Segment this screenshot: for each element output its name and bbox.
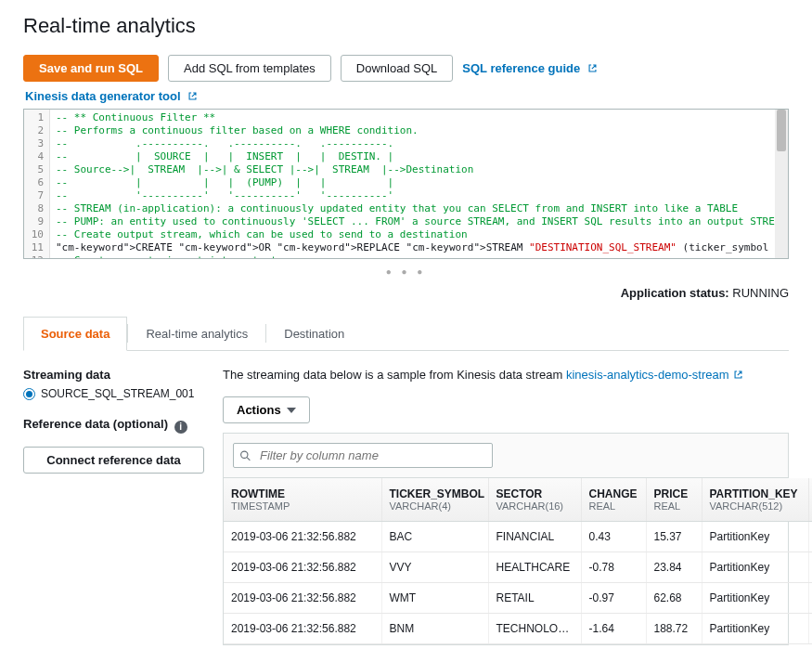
- actions-label: Actions: [237, 403, 281, 417]
- table-row[interactable]: 2019-03-06 21:32:56.882WMTRETAIL-0.9762.…: [224, 583, 812, 614]
- left-panel: Streaming data SOURCE_SQL_STREAM_001 Ref…: [23, 368, 204, 474]
- chevron-down-icon: [287, 408, 296, 413]
- cell: -1.64: [581, 614, 646, 644]
- table-row[interactable]: 2019-03-06 21:32:56.882VVYHEALTHCARE-0.7…: [224, 552, 812, 583]
- toolbar: Save and run SQL Add SQL from templates …: [23, 55, 789, 82]
- cell: -0.97: [581, 583, 646, 614]
- connect-reference-data-button[interactable]: Connect reference data: [23, 447, 204, 474]
- table-row[interactable]: 2019-03-06 21:32:56.882BACFINANCIAL0.431…: [224, 522, 812, 552]
- cell: 495: [808, 522, 812, 552]
- cell: BNM: [381, 614, 488, 644]
- info-icon[interactable]: i: [174, 421, 187, 434]
- editor-code[interactable]: -- ** Continuous Filter ** -- Performs a…: [50, 110, 788, 258]
- save-run-sql-button[interactable]: Save and run SQL: [23, 55, 159, 82]
- search-icon: [239, 449, 251, 461]
- cell: WMT: [381, 583, 488, 614]
- tab-real-time-analytics[interactable]: Real-time analytics: [128, 317, 265, 351]
- cell: PartitionKey: [702, 522, 808, 552]
- kinesis-generator-link[interactable]: Kinesis data generator tool: [25, 89, 198, 103]
- cell: BAC: [381, 522, 488, 552]
- svg-line-1: [247, 457, 250, 460]
- filter-input[interactable]: [233, 443, 493, 468]
- download-sql-button[interactable]: Download SQL: [341, 55, 453, 82]
- cell: 2019-03-06 21:32:56.882: [224, 614, 381, 644]
- editor-gutter: 12345678910111213: [24, 110, 50, 258]
- col-change[interactable]: CHANGEREAL: [581, 478, 646, 522]
- source-stream-name: SOURCE_SQL_STREAM_001: [41, 387, 194, 400]
- cell: -0.78: [581, 552, 646, 583]
- status-value: RUNNING: [732, 286, 789, 300]
- cell: 495: [808, 614, 812, 644]
- reference-data-heading: Reference data (optional) i: [23, 417, 204, 434]
- col-rowtime[interactable]: ROWTIMETIMESTAMP: [224, 478, 381, 522]
- col-sec[interactable]: SECVA: [808, 478, 812, 522]
- editor-scrollbar[interactable]: [775, 110, 788, 258]
- source-stream-radio[interactable]: SOURCE_SQL_STREAM_001: [23, 387, 204, 400]
- main-panel: The streaming data below is a sample fro…: [223, 368, 789, 645]
- svg-point-0: [241, 451, 248, 458]
- cell: VVY: [381, 552, 488, 583]
- cell: RETAIL: [488, 583, 581, 614]
- table-header-row: ROWTIMETIMESTAMPTICKER_SYMBOLVARCHAR(4)S…: [224, 478, 812, 522]
- actions-dropdown[interactable]: Actions: [223, 396, 310, 423]
- sql-reference-label: SQL reference guide: [462, 61, 580, 75]
- cell: 2019-03-06 21:32:56.882: [224, 583, 381, 614]
- cell: TECHNOLOGY: [488, 614, 581, 644]
- cell: 495: [808, 552, 812, 583]
- cell: 62.68: [646, 583, 702, 614]
- external-link-icon: [733, 370, 743, 380]
- tab-source-data[interactable]: Source data: [23, 317, 127, 351]
- cell: PartitionKey: [702, 552, 808, 583]
- status-label: Application status:: [621, 286, 729, 300]
- cell: 495: [808, 583, 812, 614]
- streaming-data-heading: Streaming data: [23, 368, 204, 382]
- cell: 188.72: [646, 614, 702, 644]
- cell: PartitionKey: [702, 583, 808, 614]
- page-title: Real-time analytics: [23, 14, 789, 38]
- resize-handle[interactable]: ● ● ●: [23, 265, 789, 286]
- col-price[interactable]: PRICEREAL: [646, 478, 702, 522]
- data-table-container: ROWTIMETIMESTAMPTICKER_SYMBOLVARCHAR(4)S…: [223, 433, 789, 645]
- kinesis-generator-label: Kinesis data generator tool: [25, 89, 181, 103]
- stream-link[interactable]: kinesis-analytics-demo-stream: [566, 368, 743, 382]
- data-table: ROWTIMETIMESTAMPTICKER_SYMBOLVARCHAR(4)S…: [224, 478, 812, 644]
- cell: PartitionKey: [702, 614, 808, 644]
- cell: HEALTHCARE: [488, 552, 581, 583]
- external-link-icon: [187, 91, 198, 101]
- description-text: The streaming data below is a sample fro…: [223, 368, 789, 382]
- tab-destination[interactable]: Destination: [266, 317, 362, 351]
- col-sector[interactable]: SECTORVARCHAR(16): [488, 478, 581, 522]
- cell: 2019-03-06 21:32:56.882: [224, 522, 381, 552]
- cell: 15.37: [646, 522, 702, 552]
- col-ticker_symbol[interactable]: TICKER_SYMBOLVARCHAR(4): [381, 478, 488, 522]
- cell: FINANCIAL: [488, 522, 581, 552]
- cell: 23.84: [646, 552, 702, 583]
- add-sql-templates-button[interactable]: Add SQL from templates: [168, 55, 331, 82]
- cell: 2019-03-06 21:32:56.882: [224, 552, 381, 583]
- sql-reference-link[interactable]: SQL reference guide: [462, 61, 598, 75]
- table-row[interactable]: 2019-03-06 21:32:56.882BNMTECHNOLOGY-1.6…: [224, 614, 812, 644]
- status-row: Application status: RUNNING: [23, 286, 789, 300]
- tabs: Source dataReal-time analyticsDestinatio…: [23, 317, 789, 351]
- external-link-icon: [587, 63, 598, 73]
- cell: 0.43: [581, 522, 646, 552]
- col-partition_key[interactable]: PARTITION_KEYVARCHAR(512): [702, 478, 808, 522]
- sql-editor[interactable]: 12345678910111213 -- ** Continuous Filte…: [23, 109, 789, 259]
- radio-icon: [23, 388, 35, 400]
